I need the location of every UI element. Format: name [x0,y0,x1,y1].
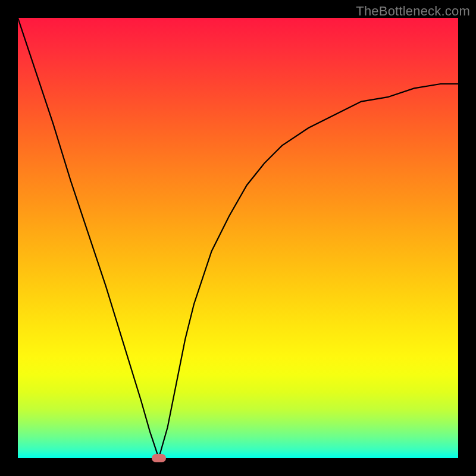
chart-frame: TheBottleneck.com [0,0,476,476]
bottleneck-curve [18,18,458,458]
optimal-point-marker [152,454,166,462]
watermark-text: TheBottleneck.com [356,4,470,19]
